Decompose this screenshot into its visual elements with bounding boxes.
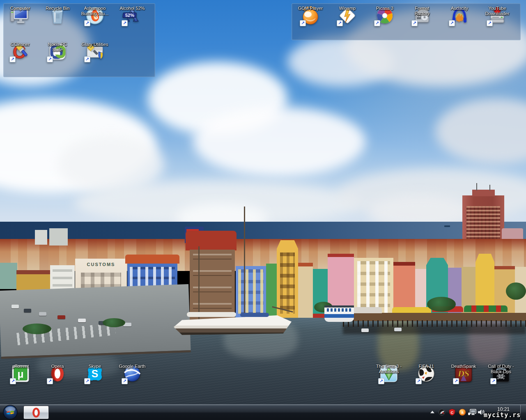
icon-label: Audacity [451, 6, 468, 11]
show-hidden-icons-button[interactable] [429, 409, 437, 416]
icon-label: Call of Duty - Black Ops [484, 364, 518, 374]
quay-street [0, 284, 191, 359]
icon-label: YouTube Downloader [480, 6, 515, 16]
icon-label: Glary Utilities [82, 42, 108, 47]
shortcut-arrow-icon: ↗ [300, 20, 306, 26]
comodo-antivirus-tray-icon[interactable]: C [448, 409, 456, 416]
icon-label: CCleaner [11, 42, 30, 47]
shortcut-arrow-icon: ↗ [84, 56, 90, 62]
desktop: CUSTOMS INDUSTRIAL [0, 0, 526, 420]
shortcut-arrow-icon: ↗ [374, 20, 380, 26]
svg-text:DS: DS [457, 368, 469, 379]
svg-text:µ: µ [18, 368, 24, 380]
customs-sign: CUSTOMS [87, 262, 115, 267]
shortcut-arrow-icon: ↗ [9, 56, 16, 62]
icon-label: GOM Player [298, 6, 323, 11]
shortcut-arrow-icon: ↗ [84, 20, 90, 26]
icon-label: µTorrent [12, 364, 29, 369]
shortcut-arrow-icon: ↗ [47, 56, 53, 62]
shortcut-arrow-icon: ↗ [337, 20, 343, 26]
icon-label: Format Factory [409, 6, 435, 16]
shortcut-arrow-icon: ↗ [416, 378, 422, 384]
shortcut-arrow-icon: ↗ [411, 20, 418, 26]
yellow-umbrellas [392, 307, 431, 313]
green-awnings [464, 305, 508, 312]
svg-text:52%: 52% [125, 13, 134, 18]
start-button[interactable] [2, 405, 19, 420]
avast-antivirus-tray-icon[interactable]: a [458, 409, 466, 416]
svg-text:S: S [92, 368, 99, 379]
svg-text:C: C [451, 410, 454, 415]
distant-ship [444, 225, 450, 227]
ship-mast [244, 207, 245, 325]
shortcut-arrow-icon: ↗ [378, 378, 384, 384]
taskbar-opera-button[interactable] [23, 406, 49, 419]
shortcut-arrow-icon: ↗ [122, 378, 128, 384]
shortcut-arrow-icon: ↗ [487, 20, 493, 26]
icon-label: DeathSpank [451, 364, 476, 369]
svg-text:a: a [461, 410, 464, 415]
shortcut-arrow-icon: ↗ [449, 20, 455, 26]
shortcut-arrow-icon: ↗ [10, 378, 16, 384]
icon-label: Alcohol 52% [119, 6, 145, 11]
shortcut-arrow-icon: ↗ [47, 378, 53, 384]
icon-label: Google Earth [119, 364, 146, 369]
icon-label: Computer [10, 6, 30, 11]
icon-label: Skype [89, 364, 101, 369]
daemon-tools-tray-icon[interactable] [438, 409, 446, 416]
opera-taskbar-icon [31, 407, 41, 418]
watermark: mycity.rs [484, 411, 521, 419]
ferry-boat [324, 305, 354, 322]
icon-label: Opera [51, 364, 64, 369]
icon-label: Winamp [339, 6, 356, 11]
network-tray-icon[interactable] [468, 409, 476, 416]
icon-label: Recycle Bin [46, 6, 69, 11]
icon-label: The Sims 3 - Ambitions [372, 364, 406, 374]
shortcut-arrow-icon: ↗ [122, 20, 128, 26]
icon-label: Ashampoo Burning Stu... [78, 6, 112, 16]
icon-label: FIFA 11 [418, 364, 434, 369]
boardwalk-pier [343, 313, 526, 321]
taskbar [0, 404, 526, 420]
icon-label: Picasa 3 [376, 6, 393, 11]
icon-label: Nokia PC Suite [45, 42, 70, 53]
show-desktop-button[interactable] [520, 405, 526, 420]
shortcut-arrow-icon: ↗ [490, 378, 496, 384]
shortcut-arrow-icon: ↗ [84, 378, 90, 384]
shortcut-arrow-icon: ↗ [453, 378, 459, 384]
